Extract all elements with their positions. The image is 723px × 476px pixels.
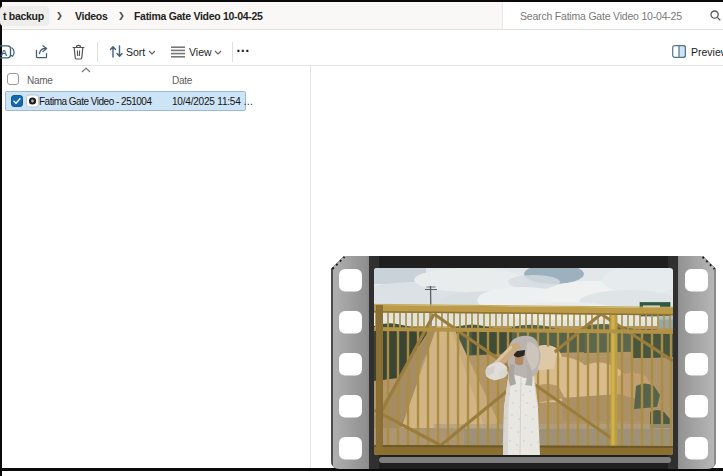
svg-text:A: A — [1, 47, 8, 58]
